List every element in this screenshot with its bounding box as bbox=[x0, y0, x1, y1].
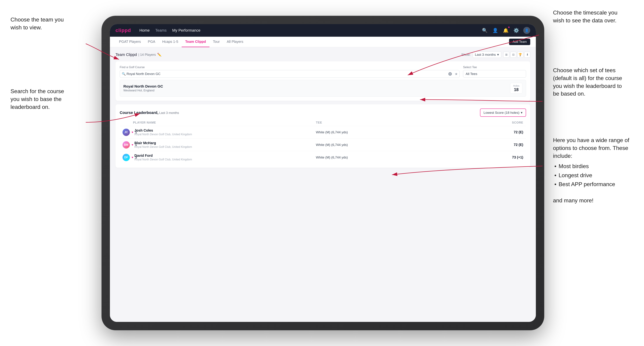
show-label: Show: bbox=[461, 53, 470, 57]
player-club: Royal North Devon Golf Club, United King… bbox=[134, 158, 316, 161]
find-course-label: Find a Golf Course bbox=[120, 65, 460, 69]
leaderboard-card: Course Leaderboard, Last 3 months Lowest… bbox=[116, 104, 530, 168]
annotation-course-left: Search for the course you wish to base t… bbox=[10, 87, 86, 111]
team-name: Team Clippd bbox=[116, 52, 137, 57]
sub-nav-team-clippd[interactable]: Team Clippd bbox=[182, 37, 210, 47]
course-search-card: Find a Golf Course 🔍 ✕ ★ Select Tee Al bbox=[116, 61, 530, 101]
add-team-button[interactable]: Add Team bbox=[509, 39, 530, 45]
favorite-button[interactable]: ★ bbox=[455, 72, 458, 76]
player-avatar: DF bbox=[122, 154, 130, 161]
player-name: David Ford bbox=[134, 154, 316, 158]
score-type-label: Lowest Score (18 holes) bbox=[484, 111, 520, 115]
rank-cell: BM ♥ 1 bbox=[122, 141, 133, 149]
course-result: Royal North Devon GC Westward Hol, Engla… bbox=[120, 80, 526, 97]
annotation-top-left: Choose the team you wish to view. bbox=[10, 16, 86, 31]
select-tee-label: Select Tee bbox=[463, 65, 526, 69]
player-name-cell: Blair McHarg Royal North Devon Golf Club… bbox=[133, 141, 316, 149]
tee-select[interactable]: All Tees White Yellow Red bbox=[463, 70, 526, 78]
table-header: PLAYER NAME TEE SCORE bbox=[120, 120, 526, 126]
search-icon: 🔍 bbox=[122, 72, 126, 76]
player-name: Josh Coles bbox=[134, 128, 316, 133]
settings-icon-btn[interactable]: ⚙️ bbox=[513, 27, 520, 34]
option-birdies: Most birdies bbox=[554, 162, 640, 171]
nav-teams[interactable]: Teams bbox=[155, 28, 166, 33]
nav-icons: 🔍 👤 🔔 ⚙️ 👤 bbox=[481, 27, 530, 34]
rank-cell: JC ♥ 1 bbox=[122, 129, 133, 136]
leaderboard-subtitle: Last 3 months bbox=[159, 111, 179, 115]
annotation-top-right: Choose the timescale you wish to see the… bbox=[553, 9, 640, 24]
annotation-tees-right: Choose which set of tees (default is all… bbox=[553, 66, 640, 98]
player-name-cell: David Ford Royal North Devon Golf Club, … bbox=[133, 154, 316, 161]
time-period-dropdown[interactable]: Last 3 months ▾ bbox=[473, 51, 501, 58]
player-count: | 14 Players bbox=[138, 53, 156, 57]
tablet-screen: clippd Home Teams My Performance 🔍 👤 🔔 ⚙… bbox=[110, 24, 536, 322]
course-search-row: Find a Golf Course 🔍 ✕ ★ Select Tee Al bbox=[120, 65, 526, 78]
people-icon-btn[interactable]: 👤 bbox=[492, 27, 499, 34]
rank-cell: DF ♥ 3 bbox=[122, 154, 133, 161]
course-result-location: Westward Hol, England bbox=[123, 89, 163, 92]
score-col-header: SCORE bbox=[499, 121, 523, 124]
player-club: Royal North Devon Golf Club, United King… bbox=[134, 133, 316, 136]
search-wrapper: 🔍 ✕ ★ bbox=[120, 70, 460, 78]
player-col-header: PLAYER NAME bbox=[133, 121, 316, 124]
score-cell: 72 (E) bbox=[499, 130, 523, 134]
rank-col-header bbox=[122, 121, 133, 124]
player-avatar: BM bbox=[122, 141, 130, 149]
tee-cell: White (M) (6,744 yds) bbox=[316, 156, 499, 159]
grid-4-view-btn[interactable]: ⊟ bbox=[510, 52, 516, 58]
app-logo: clippd bbox=[116, 28, 131, 33]
show-controls: Show: Last 3 months ▾ ⊞ ⊟ 🏆 ⬇ bbox=[461, 51, 530, 58]
tablet-shell: clippd Home Teams My Performance 🔍 👤 🔔 ⚙… bbox=[102, 16, 544, 330]
grid-2-view-btn[interactable]: ⊞ bbox=[503, 52, 509, 58]
chevron-down-icon: ▾ bbox=[521, 111, 522, 115]
clear-search-button[interactable]: ✕ bbox=[448, 72, 452, 76]
player-name: Blair McHarg bbox=[134, 141, 316, 145]
sub-nav-all-players[interactable]: All Players bbox=[223, 37, 247, 47]
leaderboard-title: Course Leaderboard, bbox=[120, 110, 158, 115]
options-list: Most birdies Longest drive Best APP perf… bbox=[553, 162, 640, 189]
holes-value: 18 bbox=[514, 87, 519, 92]
annotation-options-right: Here you have a wide range of options to… bbox=[553, 136, 640, 204]
sub-nav: PGAT Players PGA Hcaps 1-5 Team Clippd T… bbox=[110, 37, 536, 47]
edit-team-icon[interactable]: ✏️ bbox=[157, 53, 162, 57]
option-app: Best APP performance bbox=[554, 180, 640, 189]
nav-my-performance[interactable]: My Performance bbox=[172, 28, 200, 33]
sub-nav-pga[interactable]: PGA bbox=[144, 37, 159, 47]
view-icons: ⊞ ⊟ 🏆 ⬇ bbox=[503, 52, 530, 58]
nav-home[interactable]: Home bbox=[139, 28, 150, 33]
course-info: Royal North Devon GC Westward Hol, Engla… bbox=[123, 84, 163, 92]
table-row[interactable]: JC ♥ 1 Josh Coles Royal North Devon Golf… bbox=[120, 126, 526, 138]
team-header: Team Clippd | 14 Players ✏️ Show: Last 3… bbox=[116, 51, 530, 58]
course-search-input[interactable] bbox=[120, 70, 460, 78]
download-btn[interactable]: ⬇ bbox=[524, 52, 530, 58]
chevron-down-icon: ▾ bbox=[497, 53, 499, 57]
table-row[interactable]: BM ♥ 1 Blair McHarg Royal North Devon Go… bbox=[120, 138, 526, 151]
trophy-view-btn[interactable]: 🏆 bbox=[517, 52, 523, 58]
leaderboard-header: Course Leaderboard, Last 3 months Lowest… bbox=[120, 109, 526, 117]
select-tee-group: Select Tee All Tees White Yellow Red bbox=[463, 65, 526, 78]
sub-nav-tour[interactable]: Tour bbox=[210, 37, 223, 47]
search-icon-btn[interactable]: 🔍 bbox=[481, 27, 488, 34]
tee-cell: White (M) (6,744 yds) bbox=[316, 143, 499, 147]
team-title: Team Clippd | 14 Players ✏️ bbox=[116, 52, 162, 57]
notification-btn[interactable]: 🔔 bbox=[502, 27, 509, 34]
leaderboard-title-group: Course Leaderboard, Last 3 months bbox=[120, 110, 179, 115]
player-name-cell: Josh Coles Royal North Devon Golf Club, … bbox=[133, 128, 316, 136]
find-course-group: Find a Golf Course 🔍 ✕ ★ bbox=[120, 65, 460, 78]
holes-badge: Holes 18 bbox=[510, 83, 522, 94]
holes-label: Holes bbox=[513, 84, 520, 87]
table-row[interactable]: DF ♥ 3 David Ford Royal North Devon Golf… bbox=[120, 151, 526, 164]
leaderboard-table: PLAYER NAME TEE SCORE JC ♥ 1 bbox=[120, 120, 526, 164]
tee-cell: White (M) (6,744 yds) bbox=[316, 130, 499, 134]
score-type-button[interactable]: Lowest Score (18 holes) ▾ bbox=[480, 109, 526, 117]
user-avatar[interactable]: 👤 bbox=[523, 27, 530, 34]
option-drive: Longest drive bbox=[554, 171, 640, 180]
top-nav: clippd Home Teams My Performance 🔍 👤 🔔 ⚙… bbox=[110, 24, 536, 37]
score-cell: 72 (E) bbox=[499, 143, 523, 147]
main-content: Team Clippd | 14 Players ✏️ Show: Last 3… bbox=[110, 47, 536, 322]
player-avatar: JC bbox=[122, 129, 130, 136]
notification-dot bbox=[508, 26, 510, 28]
sub-nav-pgat[interactable]: PGAT Players bbox=[116, 37, 144, 47]
sub-nav-hcaps[interactable]: Hcaps 1-5 bbox=[159, 37, 182, 47]
tee-col-header: TEE bbox=[316, 121, 499, 124]
